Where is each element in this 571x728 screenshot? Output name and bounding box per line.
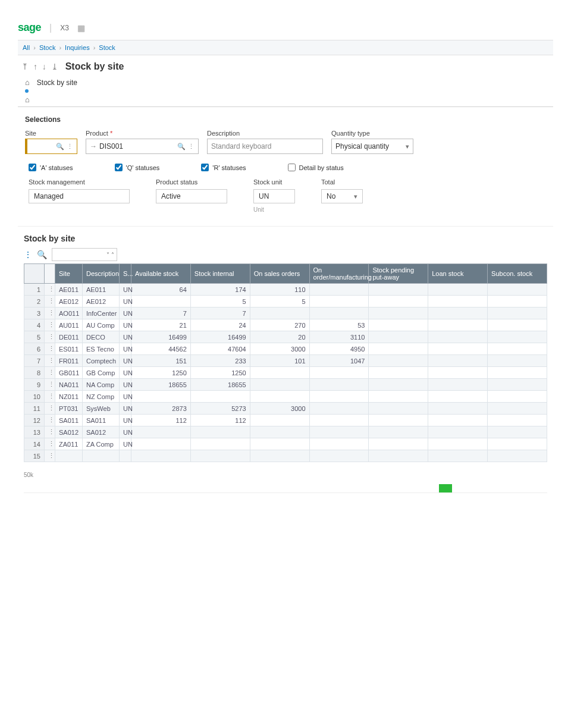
more-icon[interactable]: ⋮: [67, 143, 73, 150]
nav-arrows[interactable]: ⤒ ↑ ↓ ⤓: [21, 62, 59, 71]
bc-stock2[interactable]: Stock: [99, 44, 115, 51]
qty-select[interactable]: Physical quantity ▾: [331, 139, 413, 154]
bc-all[interactable]: All: [23, 44, 30, 51]
row-menu-icon[interactable]: ⋮: [45, 379, 55, 391]
row-index: 10: [24, 391, 45, 403]
cell-available: 7: [131, 307, 191, 319]
cell-su: UN: [120, 331, 131, 343]
detail-status-check[interactable]: Detail by status: [288, 164, 344, 171]
desc-input[interactable]: Standard keyboard: [207, 139, 323, 154]
cell-loan: [428, 284, 488, 296]
row-menu-icon[interactable]: ⋮: [45, 343, 55, 355]
row-menu-icon[interactable]: ⋮: [45, 450, 55, 462]
table-row[interactable]: 5⋮DE011DECOUN1649916499203110: [24, 331, 547, 343]
home-icon-2[interactable]: ⌂: [25, 95, 30, 104]
col-su[interactable]: S...: [120, 264, 131, 284]
cell-order: [309, 438, 369, 450]
cell-subcon: [488, 296, 547, 307]
home-icon[interactable]: ⌂: [25, 78, 30, 87]
cell-site: ZA011: [55, 438, 83, 450]
col-internal[interactable]: Stock internal: [190, 264, 250, 284]
row-menu-icon[interactable]: ⋮: [45, 438, 55, 450]
cell-subcon: [488, 284, 547, 296]
table-row[interactable]: 1⋮AE011AE011UN64174110: [24, 284, 547, 296]
table-row[interactable]: 11⋮PT031SysWebUN287352733000: [24, 403, 547, 415]
col-actions[interactable]: [45, 264, 55, 284]
brand-sub: X3: [60, 24, 69, 32]
product-input[interactable]: → DIS001 🔍 ⋮: [86, 139, 199, 154]
cell-putaway: [369, 355, 428, 367]
total-select[interactable]: No ▾: [321, 189, 363, 203]
brand-sep: |: [49, 23, 52, 33]
row-menu-icon[interactable]: ⋮: [45, 403, 55, 415]
cell-subcon: [488, 391, 547, 403]
table-row[interactable]: 15⋮: [24, 450, 547, 462]
calendar-icon[interactable]: ▦: [77, 23, 85, 33]
more-icon[interactable]: ⋮: [188, 143, 194, 150]
cell-loan: [428, 319, 488, 331]
cell-desc: SA011: [83, 415, 120, 426]
row-index: 4: [24, 319, 45, 331]
table-search-input[interactable]: ˅ ˄: [52, 248, 117, 261]
col-index[interactable]: [24, 264, 45, 284]
col-loan[interactable]: Loan stock: [428, 264, 488, 284]
q-status-check[interactable]: 'Q' statuses: [115, 164, 160, 171]
row-menu-icon[interactable]: ⋮: [45, 307, 55, 319]
row-menu-icon[interactable]: ⋮: [45, 284, 55, 296]
row-menu-icon[interactable]: ⋮: [45, 319, 55, 331]
table-row[interactable]: 4⋮AU011AU CompUN212427053: [24, 319, 547, 331]
col-putaway[interactable]: Stock pending put-away: [369, 264, 428, 284]
row-menu-icon[interactable]: ⋮: [45, 296, 55, 307]
cell-putaway: [369, 296, 428, 307]
row-menu-icon[interactable]: ⋮: [45, 391, 55, 403]
table-row[interactable]: 10⋮NZ011NZ CompUN: [24, 391, 547, 403]
cell-putaway: [369, 415, 428, 426]
table-search-icon[interactable]: 🔍: [37, 250, 47, 259]
table-row[interactable]: 14⋮ZA011ZA CompUN: [24, 438, 547, 450]
search-icon[interactable]: 🔍: [177, 143, 186, 150]
bc-inq[interactable]: Inquiries: [65, 44, 90, 51]
table-row[interactable]: 9⋮NA011NA CompUN1865518655: [24, 379, 547, 391]
cell-desc: SysWeb: [83, 403, 120, 415]
cell-site: SA011: [55, 415, 83, 426]
col-available[interactable]: Available stock: [131, 264, 191, 284]
cell-internal: 5: [190, 296, 250, 307]
cell-available: [131, 450, 191, 462]
r-status-check[interactable]: 'R' statuses: [201, 164, 246, 171]
cell-available: 44562: [131, 343, 191, 355]
row-menu-icon[interactable]: ⋮: [45, 331, 55, 343]
table-menu-icon[interactable]: ⋮: [24, 250, 32, 259]
cell-order: 1047: [309, 355, 369, 367]
cell-loan: [428, 379, 488, 391]
search-icon[interactable]: 🔍: [56, 143, 64, 150]
site-input[interactable]: 🔍 ⋮: [25, 139, 77, 154]
col-subcon[interactable]: Subcon. stock: [488, 264, 547, 284]
arrow-icon: →: [90, 142, 97, 150]
table-row[interactable]: 8⋮GB011GB CompUN12501250: [24, 367, 547, 379]
a-status-check[interactable]: 'A' statuses: [29, 164, 73, 171]
cell-subcon: [488, 343, 547, 355]
chart-area: [24, 479, 547, 493]
bc-stock[interactable]: Stock: [39, 44, 56, 51]
col-site[interactable]: Site: [55, 264, 83, 284]
table-row[interactable]: 2⋮AE012AE012UN55: [24, 296, 547, 307]
row-menu-icon[interactable]: ⋮: [45, 426, 55, 438]
cell-putaway: [369, 450, 428, 462]
tab-stock-by-site[interactable]: Stock by site: [37, 79, 77, 87]
table-row[interactable]: 3⋮AO011InfoCenterUN77: [24, 307, 547, 319]
cell-subcon: [488, 379, 547, 391]
row-menu-icon[interactable]: ⋮: [45, 415, 55, 426]
total-value: No: [327, 192, 335, 200]
cell-desc: DECO: [83, 331, 120, 343]
row-menu-icon[interactable]: ⋮: [45, 355, 55, 367]
col-order[interactable]: On order/manufacturing: [309, 264, 369, 284]
col-sales[interactable]: On sales orders: [250, 264, 309, 284]
cell-internal: 5273: [190, 403, 250, 415]
table-row[interactable]: 12⋮SA011SA011UN112112: [24, 415, 547, 426]
table-row[interactable]: 7⋮FR011ComptechUN1512331011047: [24, 355, 547, 367]
table-row[interactable]: 6⋮ES011ES TecnoUN445624760430004950: [24, 343, 547, 355]
cell-loan: [428, 355, 488, 367]
table-row[interactable]: 13⋮SA012SA012UN: [24, 426, 547, 438]
col-desc[interactable]: Description: [83, 264, 120, 284]
row-menu-icon[interactable]: ⋮: [45, 367, 55, 379]
